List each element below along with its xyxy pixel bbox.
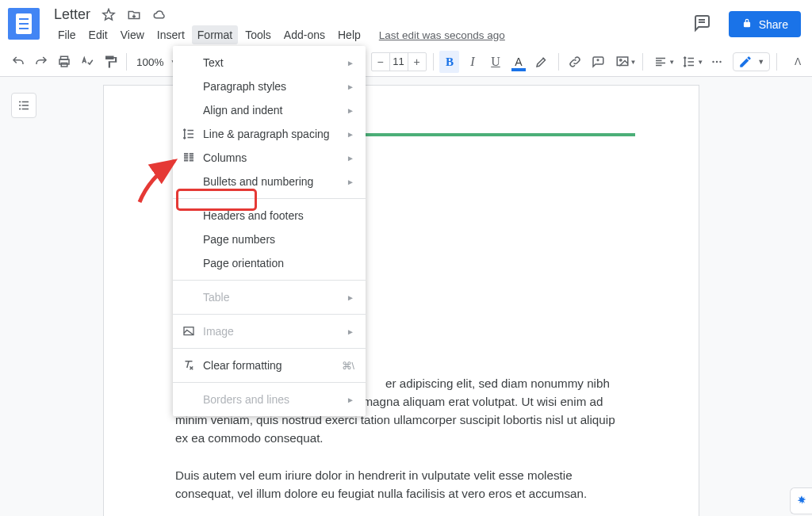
toolbar: 100%▼ − 11 + B I U A ▼ ▼ ▼ ▼ ᐱ [0, 48, 812, 77]
line-spacing-button[interactable]: ▼ [678, 51, 703, 73]
format-borders-lines: Borders and lines► [173, 388, 366, 411]
image-icon [181, 323, 197, 339]
format-page-orientation[interactable]: Page orientation [173, 251, 366, 275]
format-paragraph-styles[interactable]: Paragraph styles► [173, 75, 366, 98]
menu-format[interactable]: Format [192, 25, 238, 44]
document-title[interactable]: Letter [54, 6, 90, 23]
spellcheck-button[interactable] [77, 51, 97, 73]
menu-bar: File Edit View Insert Format Tools Add-o… [52, 25, 505, 44]
menu-file[interactable]: File [52, 25, 82, 44]
text-color-button[interactable]: A [508, 51, 528, 73]
menu-tools[interactable]: Tools [239, 25, 277, 44]
svg-point-6 [715, 61, 717, 63]
format-align-indent[interactable]: Align and indent► [173, 98, 366, 122]
insert-link-button[interactable] [565, 51, 584, 73]
move-icon[interactable] [127, 8, 141, 22]
align-button[interactable]: ▼ [649, 51, 675, 73]
format-image: Image► [173, 319, 366, 343]
format-line-spacing[interactable]: Line & paragraph spacing► [173, 122, 366, 146]
more-toolbar-button[interactable] [707, 51, 726, 73]
format-bullets-numbering[interactable]: Bullets and numbering► [173, 170, 366, 193]
explore-button[interactable] [790, 487, 812, 514]
lock-icon [741, 17, 753, 31]
font-size-increase[interactable]: + [408, 53, 426, 71]
collapse-toolbar-button[interactable]: ᐱ [795, 56, 801, 67]
pencil-icon [738, 55, 753, 69]
svg-point-4 [619, 59, 621, 61]
columns-icon [181, 150, 197, 166]
italic-button[interactable]: I [462, 51, 482, 73]
editing-mode-button[interactable]: ▼ [733, 52, 770, 71]
font-size-value[interactable]: 11 [389, 53, 408, 71]
format-columns[interactable]: Columns► [173, 146, 366, 170]
comment-history-icon[interactable] [692, 13, 711, 36]
share-button[interactable]: Share [729, 11, 801, 37]
font-size-decrease[interactable]: − [372, 53, 389, 71]
print-button[interactable] [54, 51, 74, 73]
menu-help[interactable]: Help [332, 25, 366, 44]
menu-insert[interactable]: Insert [151, 25, 190, 44]
underline-button[interactable]: U [485, 51, 505, 73]
share-label: Share [759, 18, 788, 31]
docs-logo[interactable] [8, 8, 40, 40]
undo-button[interactable] [8, 51, 28, 73]
body-paragraph: Duis autem vel eum iriure dolor in hendr… [175, 466, 627, 503]
format-dropdown: Text► Paragraph styles► Align and indent… [173, 46, 366, 416]
menu-view[interactable]: View [115, 25, 150, 44]
format-page-numbers[interactable]: Page numbers [173, 227, 366, 251]
star-icon[interactable] [102, 8, 116, 22]
clear-formatting-icon [181, 357, 197, 373]
highlight-button[interactable] [532, 51, 552, 73]
redo-button[interactable] [31, 51, 51, 73]
menu-addons[interactable]: Add-ons [278, 25, 331, 44]
format-headers-footers[interactable]: Headers and footers [173, 204, 366, 227]
clear-formatting-shortcut: ⌘\ [342, 360, 354, 372]
insert-image-button[interactable]: ▼ [611, 51, 637, 73]
last-edit-link[interactable]: Last edit was seconds ago [379, 29, 505, 41]
bold-button[interactable]: B [439, 51, 459, 73]
format-table: Table► [173, 285, 366, 309]
line-spacing-icon [181, 126, 197, 142]
format-clear-formatting[interactable]: Clear formatting ⌘\ [173, 354, 366, 377]
format-text[interactable]: Text► [173, 51, 366, 75]
cloud-status-icon[interactable] [152, 8, 167, 22]
add-comment-button[interactable] [588, 51, 607, 73]
outline-toggle-button[interactable] [11, 93, 36, 118]
svg-point-7 [719, 61, 721, 63]
menu-edit[interactable]: Edit [83, 25, 113, 44]
font-size-control[interactable]: − 11 + [371, 52, 427, 71]
svg-point-5 [712, 61, 714, 63]
paint-format-button[interactable] [100, 51, 120, 73]
